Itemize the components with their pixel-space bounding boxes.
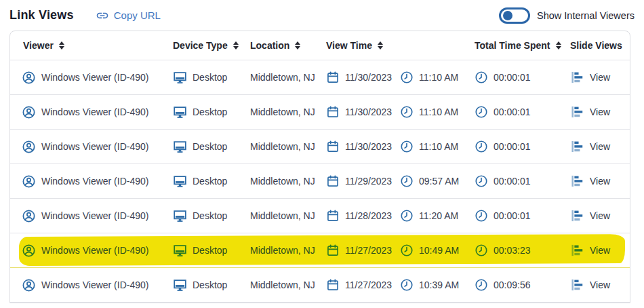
clock-icon	[400, 105, 414, 119]
calendar-icon	[326, 105, 340, 119]
user-circle-icon	[22, 209, 36, 223]
link-icon	[96, 9, 109, 22]
internal-viewers-toggle-group: Show Internal Viewers	[499, 7, 635, 24]
device-type-cell: Desktop	[170, 164, 247, 198]
total-time-value: 00:00:01	[494, 107, 531, 117]
desktop-monitor-icon	[173, 209, 187, 223]
calendar-icon	[326, 174, 340, 188]
view-time-value: 10:49 AM	[419, 245, 459, 256]
total-time-cell: 00:00:01	[472, 164, 562, 198]
clock-icon	[475, 140, 488, 153]
slide-views-cell: View	[562, 130, 630, 163]
location-cell: Middletown, NJ	[247, 199, 323, 233]
table-row: Windows Viewer (ID-490) Desktop Middleto…	[10, 199, 630, 233]
sort-arrows-icon	[295, 41, 300, 50]
view-time-value: 11:20 AM	[419, 210, 458, 221]
slide-views-cell: View	[562, 95, 630, 129]
view-link[interactable]: View	[590, 280, 610, 290]
view-link[interactable]: View	[590, 176, 610, 187]
device-type-cell: Desktop	[170, 199, 247, 233]
user-circle-icon	[22, 140, 36, 154]
view-link[interactable]: View	[590, 210, 610, 221]
total-time-cell: 00:00:01	[472, 60, 562, 94]
view-time-value: 10:39 AM	[419, 280, 459, 290]
table-row: Windows Viewer (ID-490) Desktop Middleto…	[10, 233, 630, 268]
clock-icon	[400, 174, 414, 188]
sort-arrows-icon	[378, 41, 383, 50]
slide-views-cell: View	[562, 199, 630, 233]
clock-icon	[475, 174, 488, 188]
clock-icon	[475, 278, 488, 292]
location-label: Middletown, NJ	[250, 280, 315, 290]
user-circle-icon	[22, 244, 36, 258]
device-type-label: Desktop	[193, 176, 227, 187]
column-header-viewer[interactable]: Viewer	[10, 31, 170, 60]
sort-arrows-icon	[556, 41, 561, 50]
column-header-view-time[interactable]: View Time	[323, 31, 472, 60]
view-date: 11/27/2023	[345, 280, 392, 290]
device-type-label: Desktop	[193, 141, 227, 152]
view-time-cell: 11/30/2023 11:10 AM	[323, 95, 472, 129]
device-type-label: Desktop	[193, 210, 227, 221]
total-time-value: 00:00:01	[494, 176, 531, 187]
location-label: Middletown, NJ	[250, 141, 315, 152]
total-time-cell: 00:09:56	[472, 268, 562, 302]
view-time-value: 09:57 AM	[419, 176, 459, 187]
location-label: Middletown, NJ	[250, 107, 315, 117]
view-time-cell: 11/27/2023 10:39 AM	[323, 268, 472, 302]
column-header-device-type[interactable]: Device Type	[170, 31, 247, 60]
user-circle-icon	[22, 278, 36, 292]
view-link[interactable]: View	[590, 72, 610, 83]
show-internal-viewers-toggle[interactable]	[499, 7, 530, 24]
column-header-location[interactable]: Location	[247, 31, 323, 60]
viewer-name: Windows Viewer (ID-490)	[41, 107, 148, 117]
viewer-cell: Windows Viewer (ID-490)	[10, 60, 170, 94]
table-row: Windows Viewer (ID-490) Desktop Middleto…	[10, 95, 630, 130]
viewer-name: Windows Viewer (ID-490)	[41, 280, 148, 290]
view-link[interactable]: View	[590, 245, 610, 256]
location-cell: Middletown, NJ	[247, 130, 323, 163]
page-title: Link Views	[9, 8, 74, 22]
viewer-name: Windows Viewer (ID-490)	[41, 176, 148, 187]
table-header-row: Viewer Device Type Location View Time To…	[10, 31, 630, 60]
device-type-cell: Desktop	[170, 95, 247, 129]
copy-url-button[interactable]: Copy URL	[96, 9, 161, 22]
sort-arrows-icon	[59, 41, 64, 50]
toggle-knob	[503, 11, 512, 20]
view-date: 11/30/2023	[345, 72, 392, 83]
view-time-value: 11:10 AM	[419, 107, 458, 117]
sort-arrows-icon	[233, 41, 239, 50]
column-header-total-time-spent[interactable]: Total Time Spent	[472, 31, 562, 60]
device-type-label: Desktop	[193, 280, 227, 290]
view-link[interactable]: View	[590, 107, 610, 117]
location-label: Middletown, NJ	[250, 245, 315, 256]
view-time-cell: 11/29/2023 09:57 AM	[323, 164, 472, 198]
calendar-icon	[326, 71, 340, 84]
location-label: Middletown, NJ	[250, 176, 315, 187]
view-date: 11/27/2023	[345, 245, 392, 256]
slide-views-cell: View	[562, 164, 630, 198]
viewer-name: Windows Viewer (ID-490)	[41, 210, 148, 221]
view-time-value: 11:10 AM	[419, 141, 458, 152]
calendar-icon	[326, 244, 340, 257]
total-time-value: 00:00:01	[494, 72, 531, 83]
total-time-value: 00:00:01	[494, 141, 531, 152]
column-header-slide-views: Slide Views	[562, 31, 630, 60]
location-cell: Middletown, NJ	[247, 233, 323, 267]
bar-chart-icon	[571, 71, 584, 83]
user-circle-icon	[22, 174, 36, 189]
viewer-name: Windows Viewer (ID-490)	[41, 72, 148, 83]
table-row: Windows Viewer (ID-490) Desktop Middleto…	[10, 268, 630, 303]
total-time-cell: 00:03:23	[472, 233, 562, 267]
calendar-icon	[326, 209, 340, 223]
total-time-cell: 00:00:01	[472, 95, 562, 129]
clock-icon	[400, 244, 414, 257]
view-time-cell: 11/30/2023 11:10 AM	[323, 60, 472, 94]
view-date: 11/30/2023	[345, 107, 392, 117]
view-date: 11/29/2023	[345, 176, 392, 187]
bar-chart-icon	[571, 279, 584, 291]
desktop-monitor-icon	[173, 278, 187, 292]
slide-views-cell: View	[562, 233, 630, 267]
table-row: Windows Viewer (ID-490) Desktop Middleto…	[10, 164, 630, 199]
view-link[interactable]: View	[590, 141, 610, 152]
